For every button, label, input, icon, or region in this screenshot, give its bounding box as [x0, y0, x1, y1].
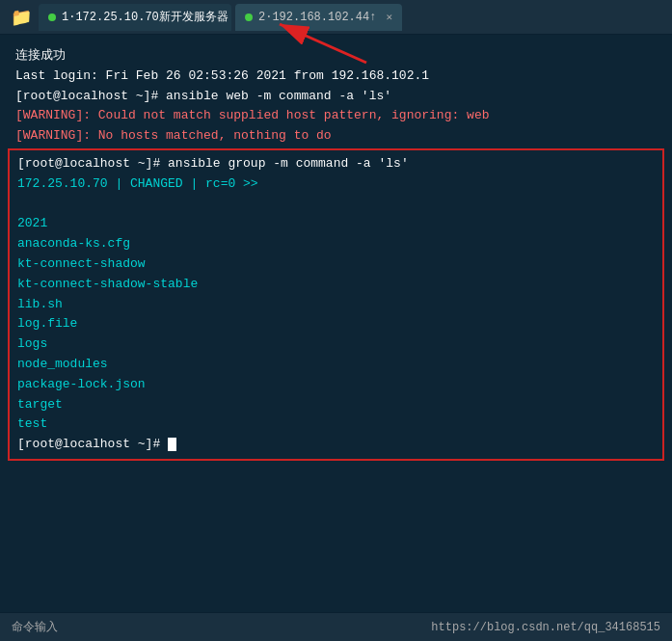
cursor: [168, 438, 176, 451]
file-kt-shadow: kt-connect-shadow: [17, 254, 655, 275]
file-package-lock: package-lock.json: [17, 375, 655, 395]
file-2021: 2021: [17, 214, 655, 234]
last-login-line: Last login: Fri Feb 26 02:53:26 2021 fro…: [15, 67, 657, 87]
file-node-modules: node_modules: [17, 355, 655, 375]
tab1-status-dot: [48, 13, 56, 21]
tab-1[interactable]: 1·172.25.10.70新开发服务器: [39, 4, 231, 31]
tab2-label: 2·192.168.102.44↑: [258, 11, 376, 24]
status-bar: 命令输入 https://blog.csdn.net/qq_34168515: [0, 612, 672, 641]
file-kt-shadow-stable: kt-connect-shadow-stable: [17, 275, 655, 295]
file-log-file: log.file: [17, 314, 655, 334]
final-prompt-line: [root@localhost ~]#: [17, 435, 655, 455]
file-test: test: [17, 414, 655, 435]
file-target: target: [17, 395, 655, 415]
boxed-output: [root@localhost ~]# ansible group -m com…: [8, 148, 664, 461]
tab2-close-button[interactable]: ✕: [386, 11, 392, 23]
file-anaconda: anaconda-ks.cfg: [17, 234, 655, 254]
folder-icon[interactable]: 📁: [8, 4, 35, 31]
file-lib-sh: lib.sh: [17, 295, 655, 315]
status-right: https://blog.csdn.net/qq_34168515: [431, 621, 660, 634]
warning1-line: [WARNING]: Could not match supplied host…: [15, 106, 657, 126]
cmd2-line: [root@localhost ~]# ansible group -m com…: [17, 154, 655, 174]
warning2-line: [WARNING]: No hosts matched, nothing to …: [15, 126, 657, 147]
tab-bar: 📁 1·172.25.10.70新开发服务器 2·192.168.102.44↑…: [0, 0, 672, 35]
tab-2[interactable]: 2·192.168.102.44↑ ✕: [235, 4, 402, 31]
cmd1-line: [root@localhost ~]# ansible web -m comma…: [15, 87, 657, 107]
tab1-label: 1·172.25.10.70新开发服务器: [62, 9, 228, 25]
blank-line: [17, 195, 655, 215]
connection-success-line: 连接成功: [15, 46, 657, 67]
result-header-line: 172.25.10.70 | CHANGED | rc=0 >>: [17, 174, 655, 195]
file-logs: logs: [17, 334, 655, 355]
terminal-area[interactable]: 连接成功 Last login: Fri Feb 26 02:53:26 202…: [0, 35, 672, 612]
tab2-status-dot: [245, 13, 253, 21]
status-left: 命令输入: [12, 619, 58, 635]
